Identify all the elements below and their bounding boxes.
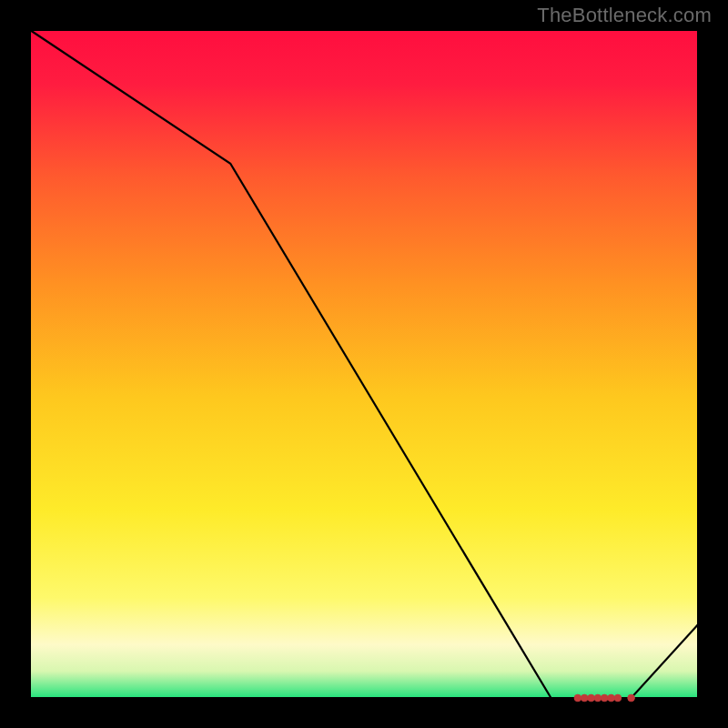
svg-point-3 [594, 694, 602, 702]
chart-svg [0, 0, 728, 728]
svg-point-4 [601, 694, 608, 702]
svg-point-6 [614, 694, 622, 702]
svg-point-1 [581, 694, 588, 702]
plot-area [30, 30, 698, 698]
svg-point-5 [608, 694, 615, 702]
svg-point-0 [574, 694, 581, 702]
svg-point-7 [628, 694, 635, 702]
svg-point-2 [588, 694, 595, 702]
watermark-text: TheBottleneck.com [537, 4, 712, 27]
bottleneck-chart: TheBottleneck.com [0, 0, 728, 728]
